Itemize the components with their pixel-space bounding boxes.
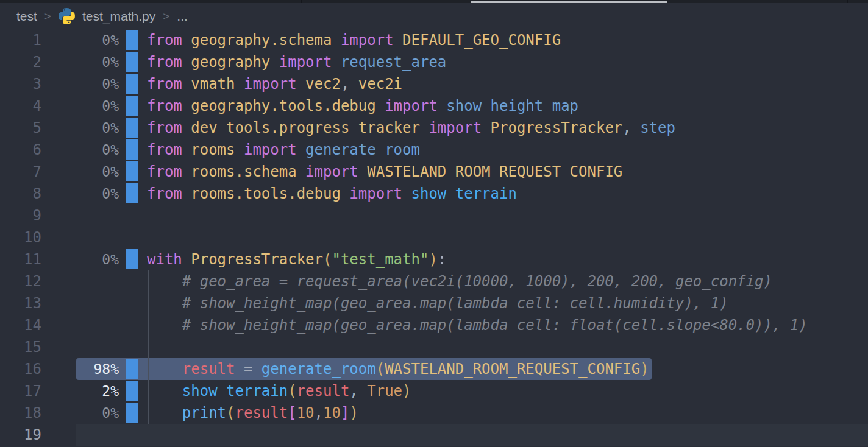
code-line[interactable]: 1698% result = generate_room(WASTELAND_R… — [0, 358, 868, 380]
gutter[interactable] — [119, 314, 147, 336]
line-number[interactable]: 1 — [0, 29, 41, 51]
code-token: result — [235, 404, 288, 421]
line-number[interactable]: 3 — [0, 73, 41, 95]
gutter[interactable] — [119, 183, 147, 205]
line-number[interactable]: 14 — [0, 314, 41, 336]
code-line[interactable]: 10%from geography.schema import DEFAULT_… — [0, 29, 868, 51]
breadcrumb-folder[interactable]: test — [16, 9, 37, 24]
line-number[interactable]: 11 — [0, 248, 41, 270]
gutter[interactable] — [119, 161, 147, 183]
code-line[interactable]: 9 — [0, 205, 868, 227]
code-token: import — [279, 54, 332, 71]
code-token — [297, 163, 305, 180]
code-token: ( — [323, 251, 332, 268]
code-line[interactable]: 14 # show_height_map(geo_area.map(lambda… — [0, 314, 868, 336]
code-token: from — [147, 32, 182, 49]
code-line[interactable]: 40%from geography.tools.debug import sho… — [0, 95, 868, 117]
line-number[interactable]: 7 — [0, 161, 41, 183]
code-line[interactable]: 50%from dev_tools.progress_tracker impor… — [0, 117, 868, 139]
code-line[interactable]: 15 — [0, 336, 868, 358]
code-token — [402, 185, 411, 202]
gutter[interactable] — [119, 270, 147, 292]
code-text: from geography.tools.debug import show_h… — [147, 95, 868, 117]
code-line[interactable]: 60%from rooms import generate_room — [0, 139, 868, 161]
line-number[interactable]: 16 — [0, 358, 41, 380]
code-token: ProgressTracker — [491, 119, 623, 136]
code-token: ) — [402, 382, 411, 399]
code-line[interactable]: 172% show_terrain(result, True) — [0, 380, 868, 402]
gutter[interactable] — [119, 29, 147, 51]
code-line[interactable]: 30%from vmath import vec2, vec2i — [0, 73, 868, 95]
code-token: vmath — [191, 76, 235, 93]
code-token — [438, 97, 446, 114]
gutter[interactable] — [119, 336, 147, 358]
code-token — [182, 141, 191, 158]
code-line[interactable]: 20%from geography import request_area — [0, 51, 868, 73]
gutter[interactable] — [119, 95, 147, 117]
code-token — [420, 119, 429, 136]
gutter[interactable] — [119, 51, 147, 73]
line-number[interactable]: 13 — [0, 292, 41, 314]
tab-scrollbar-thumb[interactable] — [471, 1, 667, 3]
code-line[interactable]: 12 # geo_area = request_area(vec2i(10000… — [0, 270, 868, 292]
gutter[interactable] — [119, 380, 147, 402]
line-number[interactable]: 19 — [0, 424, 41, 446]
coverage-marker — [126, 381, 138, 401]
gutter[interactable] — [119, 292, 147, 314]
breadcrumb-file[interactable]: test_math.py — [82, 9, 155, 24]
code-text: from geography.schema import DEFAULT_GEO… — [147, 29, 868, 51]
code-token — [349, 76, 358, 93]
gutter[interactable] — [119, 205, 147, 227]
line-number[interactable]: 17 — [0, 380, 41, 402]
code-token: from — [147, 119, 182, 136]
line-number[interactable]: 10 — [0, 227, 41, 248]
code-line[interactable]: 13 # show_height_map(geo_area.map(lambda… — [0, 292, 868, 314]
code-token — [182, 185, 191, 202]
code-token — [482, 119, 490, 136]
line-number[interactable]: 18 — [0, 402, 41, 424]
code-line[interactable]: 180% print(result[10,10]) — [0, 402, 868, 424]
indent-guide — [148, 270, 149, 424]
coverage-marker — [126, 139, 138, 160]
line-number[interactable]: 12 — [0, 270, 41, 292]
gutter[interactable] — [119, 117, 147, 139]
code-token — [182, 251, 191, 268]
gutter[interactable] — [119, 248, 147, 270]
coverage-marker — [126, 183, 138, 203]
line-number[interactable]: 4 — [0, 95, 41, 117]
gutter[interactable] — [119, 358, 147, 380]
code-token — [147, 317, 182, 334]
gutter[interactable] — [119, 139, 147, 161]
coverage-marker — [126, 74, 138, 94]
profile-percentage: 0% — [41, 139, 119, 161]
code-token: rooms.schema — [191, 163, 296, 180]
code-token: import — [305, 163, 358, 180]
gutter[interactable] — [119, 424, 147, 446]
line-number[interactable]: 9 — [0, 205, 41, 227]
code-token: ) — [429, 251, 437, 268]
gutter[interactable] — [119, 73, 147, 95]
line-number[interactable]: 6 — [0, 139, 41, 161]
code-line[interactable]: 10 — [0, 227, 868, 248]
code-token: # show_height_map(geo_area.map(lambda ce… — [182, 295, 728, 312]
code-line[interactable]: 80%from rooms.tools.debug import show_te… — [0, 183, 868, 205]
gutter[interactable] — [119, 227, 147, 248]
code-token: from — [147, 76, 182, 93]
code-text: from rooms.tools.debug import show_terra… — [147, 183, 868, 205]
code-token: vec2 — [305, 76, 341, 93]
line-number[interactable]: 8 — [0, 183, 41, 205]
code-line[interactable]: 70%from rooms.schema import WASTELAND_RO… — [0, 161, 868, 183]
code-text: show_terrain(result, True) — [147, 380, 868, 402]
gutter[interactable] — [119, 402, 147, 424]
code-line[interactable]: 19 — [0, 424, 868, 446]
code-token: show_height_map — [446, 97, 578, 114]
code-token: : — [438, 251, 446, 268]
code-text: print(result[10,10]) — [147, 402, 868, 424]
line-number[interactable]: 15 — [0, 336, 41, 358]
code-token: step — [640, 119, 675, 136]
line-number[interactable]: 2 — [0, 51, 41, 73]
line-number[interactable]: 5 — [0, 117, 41, 139]
breadcrumb-symbol-ellipsis[interactable]: ... — [177, 9, 188, 24]
code-line[interactable]: 110%with ProgressTracker("test_math"): — [0, 248, 868, 270]
chevron-right-icon: > — [44, 10, 51, 23]
